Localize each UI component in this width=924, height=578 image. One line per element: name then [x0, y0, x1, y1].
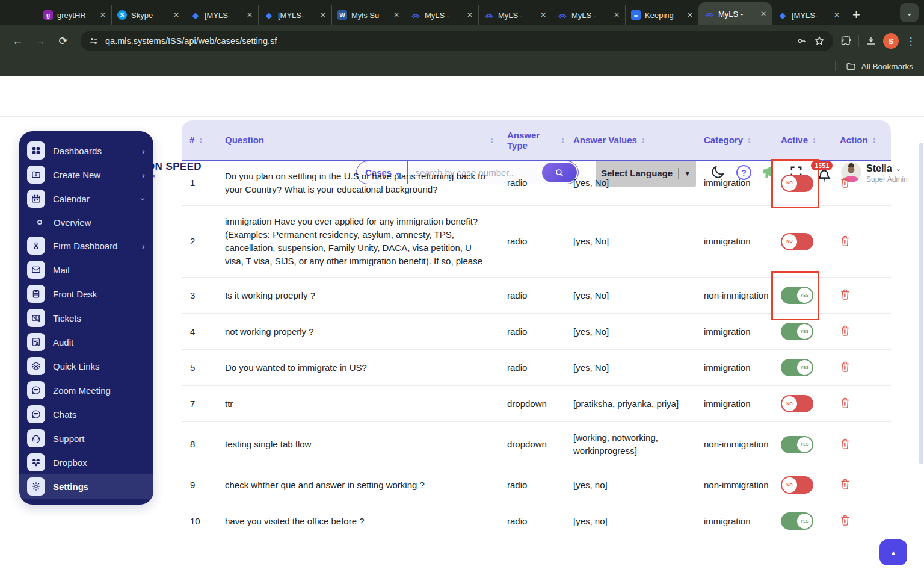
active-toggle[interactable]: YES — [781, 323, 813, 340]
calendar-icon — [27, 190, 45, 208]
delete-button[interactable] — [840, 397, 851, 411]
active-toggle[interactable]: NO — [781, 233, 813, 250]
sidebar-item-calendar[interactable]: Calendar› — [19, 187, 153, 211]
browser-tab[interactable]: ≡Keeping✕ — [625, 5, 698, 25]
delete-button[interactable] — [840, 325, 851, 338]
sort-arrows-icon[interactable]: ▲▼ — [199, 137, 203, 143]
browser-tab[interactable]: ◆[MYLS-✕ — [258, 5, 331, 25]
toggle-knob: YES — [797, 514, 812, 529]
sort-arrows-icon[interactable]: ▲▼ — [812, 137, 816, 143]
column-header-category[interactable]: Category▲▼ — [704, 135, 781, 145]
browser-tab[interactable]: SSkype✕ — [111, 5, 185, 25]
questions-table: #▲▼Question▲▼Answer Type▲▼Answer Values▲… — [182, 120, 891, 539]
reload-button[interactable]: ⟳ — [53, 31, 73, 51]
ticket-icon — [27, 309, 45, 327]
delete-button[interactable] — [840, 288, 851, 302]
sidebar-item-support[interactable]: Support — [19, 426, 153, 450]
answer-type-cell: radio — [507, 167, 573, 199]
sidebar-item-front-desk[interactable]: Front Desk — [19, 282, 153, 306]
delete-button[interactable] — [840, 478, 851, 492]
tab-title: Myls Su — [351, 11, 389, 20]
column-label: Answer Type — [507, 130, 556, 151]
downloads-icon[interactable] — [865, 35, 877, 47]
category-cell: immigration — [704, 352, 781, 384]
toggle-knob: YES — [797, 324, 812, 339]
sidebar-item-dashboards[interactable]: Dashboards› — [19, 138, 153, 163]
bookmarks-divider — [835, 61, 836, 71]
tab-close-icon[interactable]: ✕ — [834, 11, 840, 19]
sidebar-item-create-new[interactable]: Create New› — [19, 163, 153, 187]
sidebar-item-quick-links[interactable]: Quick Links — [19, 354, 153, 378]
column-header-answer-type[interactable]: Answer Type▲▼ — [507, 130, 573, 151]
forward-button[interactable]: → — [30, 31, 51, 51]
answer-values-cell: [yes, No] — [573, 226, 704, 257]
delete-button[interactable] — [840, 361, 851, 374]
sort-arrows-icon[interactable]: ▲▼ — [747, 137, 751, 143]
sort-arrows-icon[interactable]: ▲▼ — [561, 137, 565, 143]
tab-close-icon[interactable]: ✕ — [393, 11, 399, 19]
column-header-answer-values[interactable]: Answer Values▲▼ — [573, 135, 704, 145]
column-header-#[interactable]: #▲▼ — [182, 135, 225, 145]
all-bookmarks-label[interactable]: All Bookmarks — [861, 62, 913, 71]
delete-button[interactable] — [840, 176, 851, 190]
browser-tab[interactable]: ◆[MYLS-✕ — [185, 5, 258, 25]
delete-button[interactable] — [840, 514, 851, 528]
scroll-to-top-button[interactable]: ▲ — [879, 539, 907, 565]
delete-button[interactable] — [840, 235, 851, 249]
tab-close-icon[interactable]: ✕ — [467, 11, 473, 19]
column-header-question[interactable]: Question▲▼ — [225, 135, 507, 145]
sidebar-item-audit[interactable]: Audit — [19, 330, 153, 354]
tab-search-chevron-icon[interactable]: ⌄ — [900, 3, 919, 22]
back-button[interactable]: ← — [7, 31, 28, 51]
sidebar-item-tickets[interactable]: Tickets — [19, 306, 153, 330]
password-key-icon[interactable] — [796, 36, 807, 46]
sidebar-item-zoom-meeting[interactable]: Zoom Meeting — [19, 378, 153, 402]
new-tab-button[interactable]: + — [852, 8, 860, 22]
browser-menu-icon[interactable]: ⋮ — [905, 35, 917, 48]
dashboard-icon — [27, 141, 45, 160]
sort-arrows-icon[interactable]: ▲▼ — [641, 137, 645, 143]
sort-arrows-icon[interactable]: ▲▼ — [490, 137, 494, 143]
browser-tab[interactable]: MyLS -✕ — [552, 5, 625, 25]
address-bar[interactable]: qa.mls.systems/ISS/api/web/cases/setting… — [81, 31, 833, 51]
sidebar-item-overview[interactable]: Overview — [19, 211, 153, 234]
sidebar-item-settings[interactable]: Settings — [19, 474, 153, 499]
extensions-icon[interactable] — [840, 35, 852, 47]
scrollbar-track[interactable] — [919, 143, 923, 464]
browser-tab[interactable]: MyLS -✕ — [698, 2, 772, 25]
sidebar-item-dropbox[interactable]: Dropbox — [19, 450, 153, 474]
site-settings-icon[interactable] — [89, 36, 99, 46]
tab-close-icon[interactable]: ✕ — [173, 11, 179, 19]
tab-close-icon[interactable]: ✕ — [540, 11, 546, 19]
browser-tab[interactable]: MyLS -✕ — [478, 5, 552, 25]
active-toggle[interactable]: NO — [781, 476, 813, 494]
sidebar-item-chats[interactable]: Chats — [19, 402, 153, 426]
tab-close-icon[interactable]: ✕ — [614, 11, 620, 19]
delete-button[interactable] — [840, 438, 851, 452]
sidebar-item-mail[interactable]: Mail — [19, 258, 153, 282]
active-toggle[interactable]: NO — [781, 395, 813, 412]
active-toggle[interactable]: YES — [781, 359, 813, 376]
browser-profile-avatar[interactable]: S — [883, 33, 899, 49]
active-toggle[interactable]: YES — [781, 287, 813, 304]
sort-arrows-icon[interactable]: ▲▼ — [872, 137, 876, 143]
browser-tab[interactable]: ggreytHR✕ — [38, 5, 111, 25]
tab-close-icon[interactable]: ✕ — [760, 10, 766, 18]
tab-close-icon[interactable]: ✕ — [100, 11, 106, 19]
browser-tab[interactable]: ◆[MYLS-✕ — [772, 5, 845, 25]
active-toggle[interactable]: NO — [781, 175, 813, 192]
bookmark-star-icon[interactable] — [814, 36, 825, 46]
browser-tab[interactable]: WMyls Su✕ — [331, 5, 405, 25]
myls-favicon-icon — [558, 10, 567, 20]
browser-tab[interactable]: MyLS -✕ — [405, 5, 478, 25]
bookmarks-folder-icon[interactable] — [846, 61, 856, 72]
sidebar-item-firm-dashboard[interactable]: Firm Dashboard› — [19, 234, 153, 258]
tab-close-icon[interactable]: ✕ — [320, 11, 326, 19]
column-header-action[interactable]: Action▲▼ — [840, 135, 891, 145]
tab-close-icon[interactable]: ✕ — [687, 11, 693, 19]
row-number: 3 — [182, 280, 225, 311]
tab-close-icon[interactable]: ✕ — [247, 11, 253, 19]
active-toggle[interactable]: YES — [781, 512, 813, 530]
column-header-active[interactable]: Active▲▼ — [781, 135, 840, 145]
active-toggle[interactable]: YES — [781, 436, 813, 453]
